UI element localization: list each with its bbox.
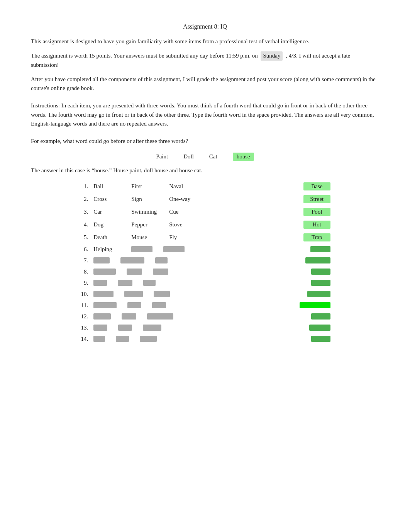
item-num-7: 7. [80, 257, 93, 264]
item-7-word-2-blurred [120, 257, 144, 263]
item-1-word-2: First [131, 183, 158, 190]
item-11-answer-blurred [300, 302, 330, 308]
item-row-10: 10. [80, 291, 330, 297]
item-11-word-3-blurred [152, 302, 166, 308]
date-highlight: Sunday [261, 51, 283, 60]
item-6-word-2-blurred [131, 246, 152, 252]
item-12-word-2-blurred [122, 313, 136, 320]
example-word-2: Doll [183, 153, 194, 160]
item-words-12 [93, 313, 311, 320]
item-9-word-1-blurred [93, 280, 107, 286]
example-answer: house [233, 153, 254, 161]
item-13-answer-blurred [309, 325, 330, 331]
item-row-6: 6. Helping [80, 246, 330, 253]
item-num-13: 13. [80, 325, 93, 331]
item-12-word-3-blurred [147, 313, 173, 320]
intro-p4: Instructions: In each item, you are pres… [31, 101, 379, 128]
item-num-14: 14. [80, 336, 93, 342]
example-word-3: Cat [209, 153, 217, 160]
item-words-9 [93, 280, 311, 286]
intro-p2-part1: The assignment is worth 15 points. Your … [31, 53, 258, 59]
intro-p3: After you have completed all the compone… [31, 75, 379, 93]
item-7-answer-blurred [305, 257, 330, 263]
example-words-row: Paint Doll Cat house [31, 153, 379, 161]
item-words-3: Car Swimming Cue [93, 209, 303, 215]
item-words-8 [93, 269, 311, 275]
items-table: 1. Ball First Naval Base 2. Cross Sign O… [80, 182, 330, 342]
item-num-11: 11. [80, 302, 93, 309]
item-5-answer: Trap [303, 233, 330, 241]
item-row-7: 7. [80, 257, 330, 264]
item-words-5: Death Mouse Fly [93, 234, 303, 241]
item-14-word-3-blurred [140, 336, 157, 342]
item-7-word-1-blurred [93, 257, 110, 263]
item-3-word-3: Cue [169, 209, 196, 215]
item-num-1: 1. [80, 183, 93, 190]
item-5-word-3: Fly [169, 234, 196, 241]
item-1-word-3: Naval [169, 183, 196, 190]
item-words-1: Ball First Naval [93, 183, 303, 190]
item-2-answer: Street [303, 195, 330, 203]
example-word-1: Paint [156, 153, 168, 160]
item-4-word-3: Stove [169, 221, 196, 228]
item-1-word-1: Ball [93, 183, 120, 190]
item-row-9: 9. [80, 280, 330, 286]
item-12-word-1-blurred [93, 313, 111, 320]
item-2-word-1: Cross [93, 196, 120, 202]
item-3-word-1: Car [93, 209, 120, 215]
item-14-word-1-blurred [93, 336, 105, 342]
item-6-word-1: Helping [93, 246, 120, 253]
item-2-word-2: Sign [131, 196, 158, 202]
item-words-6: Helping [93, 246, 310, 253]
item-3-word-2: Swimming [131, 209, 158, 215]
item-num-5: 5. [80, 234, 93, 241]
item-words-4: Dog Pepper Stove [93, 221, 303, 228]
item-words-13 [93, 325, 309, 331]
item-row-14: 14. [80, 336, 330, 342]
item-words-2: Cross Sign One-way [93, 196, 303, 202]
item-num-12: 12. [80, 313, 93, 320]
item-row-3: 3. Car Swimming Cue Pool [80, 208, 330, 216]
item-10-word-3-blurred [154, 291, 170, 297]
item-6-word-3-blurred [163, 246, 185, 252]
item-row-4: 4. Dog Pepper Stove Hot [80, 221, 330, 229]
item-10-word-1-blurred [93, 291, 114, 297]
item-13-word-1-blurred [93, 325, 107, 331]
item-5-word-2: Mouse [131, 234, 158, 241]
item-num-6: 6. [80, 246, 93, 253]
item-num-2: 2. [80, 196, 93, 202]
item-4-answer: Hot [303, 221, 330, 229]
item-3-answer: Pool [303, 208, 330, 216]
item-2-word-3: One-way [169, 196, 196, 202]
item-row-12: 12. [80, 313, 330, 320]
item-9-word-3-blurred [143, 280, 156, 286]
item-7-word-3-blurred [155, 257, 168, 263]
item-8-word-1-blurred [93, 269, 116, 275]
item-8-answer-blurred [311, 269, 330, 275]
page-title: Assignment 8: IQ [31, 23, 379, 30]
item-6-answer-blurred [310, 246, 330, 252]
item-9-word-2-blurred [118, 280, 132, 286]
item-row-8: 8. [80, 269, 330, 275]
item-row-1: 1. Ball First Naval Base [80, 182, 330, 190]
item-1-answer: Base [303, 182, 330, 190]
intro-p5: For example, what word could go before o… [31, 137, 379, 146]
item-row-5: 5. Death Mouse Fly Trap [80, 233, 330, 241]
item-row-11: 11. [80, 302, 330, 309]
example-explanation: The answer in this case is “house.” Hous… [31, 166, 379, 175]
item-words-14 [93, 336, 311, 342]
item-words-11 [93, 302, 299, 308]
item-13-word-3-blurred [143, 325, 161, 331]
item-11-word-2-blurred [127, 302, 141, 308]
item-words-10 [93, 291, 307, 297]
item-10-answer-blurred [307, 291, 330, 297]
item-num-10: 10. [80, 291, 93, 297]
item-13-word-2-blurred [118, 325, 132, 331]
item-words-7 [93, 257, 305, 263]
item-num-9: 9. [80, 280, 93, 286]
item-5-word-1: Death [93, 234, 120, 241]
intro-p1: This assignment is designed to have you … [31, 37, 379, 46]
item-8-word-2-blurred [127, 269, 142, 275]
item-num-3: 3. [80, 209, 93, 215]
item-row-13: 13. [80, 325, 330, 331]
